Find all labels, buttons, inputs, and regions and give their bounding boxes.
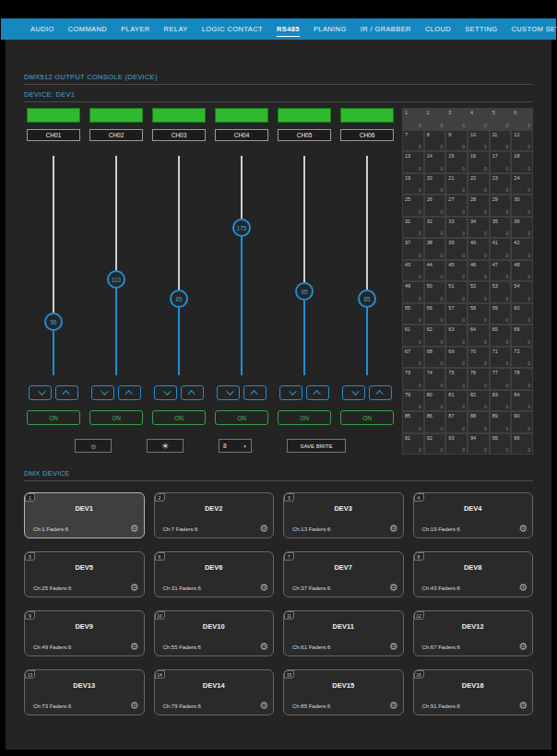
- channel-cell-19[interactable]: 190: [402, 173, 424, 195]
- channel-slider[interactable]: 85: [340, 156, 394, 375]
- channel-cell-33[interactable]: 330: [445, 217, 468, 239]
- channel-cell-88[interactable]: 880: [468, 411, 490, 433]
- channel-cell-84[interactable]: 840: [511, 390, 533, 412]
- channel-cell-43[interactable]: 430: [402, 260, 424, 282]
- channel-cell-18[interactable]: 180: [511, 151, 533, 173]
- channel-cell-69[interactable]: 690: [445, 347, 468, 369]
- channel-cell-82[interactable]: 820: [468, 390, 490, 412]
- channel-cell-86[interactable]: 860: [424, 411, 446, 433]
- channel-cell-32[interactable]: 320: [424, 217, 446, 239]
- channel-slider[interactable]: 110: [89, 156, 143, 375]
- channel-cell-9[interactable]: 90: [445, 130, 468, 152]
- channel-cell-66[interactable]: 660: [511, 325, 533, 347]
- decrement-button[interactable]: [91, 385, 114, 400]
- channel-cell-56[interactable]: 560: [424, 303, 446, 325]
- channel-cell-64[interactable]: 640: [468, 325, 490, 347]
- channel-cell-30[interactable]: 300: [511, 195, 533, 217]
- channel-cell-65[interactable]: 650: [490, 325, 512, 347]
- channel-cell-71[interactable]: 710: [490, 347, 512, 369]
- channel-cell-41[interactable]: 410: [490, 238, 512, 260]
- channel-cell-25[interactable]: 250: [402, 195, 424, 217]
- channel-cell-62[interactable]: 620: [424, 325, 446, 347]
- channel-cell-15[interactable]: 150: [445, 151, 468, 173]
- channel-cell-17[interactable]: 170: [490, 151, 512, 173]
- gear-icon[interactable]: ⚙: [389, 700, 398, 712]
- gear-icon[interactable]: ⚙: [130, 641, 139, 653]
- device-card-dev14[interactable]: 14DEV14Ch:79 Faders:6⚙: [154, 669, 275, 715]
- nav-tab-cloud[interactable]: CLOUD: [425, 22, 451, 36]
- channel-cell-7[interactable]: 70: [402, 130, 424, 152]
- device-card-dev9[interactable]: 9DEV9Ch:49 Faders:6⚙: [24, 610, 145, 656]
- channel-cell-95[interactable]: 950: [490, 433, 512, 455]
- channel-cell-4[interactable]: 40: [468, 108, 490, 130]
- gear-icon[interactable]: ⚙: [389, 641, 398, 653]
- channel-cell-42[interactable]: 420: [511, 238, 533, 260]
- nav-tab-planing[interactable]: PLANING: [314, 22, 347, 36]
- channel-cell-96[interactable]: 960: [511, 433, 533, 455]
- channel-slider[interactable]: 95: [278, 156, 331, 375]
- nav-tab-relay[interactable]: RELAY: [164, 22, 188, 36]
- channel-cell-40[interactable]: 400: [468, 238, 490, 260]
- channel-cell-78[interactable]: 780: [511, 368, 533, 390]
- nav-tab-player[interactable]: PLAYER: [121, 22, 149, 36]
- channel-cell-79[interactable]: 790: [402, 390, 424, 412]
- slider-knob[interactable]: 95: [295, 282, 314, 301]
- channel-cell-24[interactable]: 240: [511, 173, 533, 195]
- channel-cell-53[interactable]: 530: [490, 281, 512, 303]
- channel-cell-67[interactable]: 670: [402, 347, 424, 369]
- channel-cell-90[interactable]: 900: [511, 411, 533, 433]
- nav-tab-command[interactable]: COMMAND: [68, 22, 107, 36]
- channel-cell-60[interactable]: 600: [511, 303, 533, 325]
- channel-cell-80[interactable]: 800: [424, 390, 446, 412]
- slider-knob[interactable]: 110: [107, 270, 125, 289]
- decrement-button[interactable]: [342, 385, 365, 400]
- gear-icon[interactable]: ⚙: [518, 523, 527, 535]
- channel-cell-93[interactable]: 930: [445, 433, 468, 455]
- device-card-dev2[interactable]: 2DEV2Ch:7 Faders:6⚙: [154, 492, 275, 538]
- channel-cell-3[interactable]: 30: [445, 108, 468, 130]
- device-card-dev12[interactable]: 12DEV12Ch:67 Faders:6⚙: [413, 610, 534, 656]
- channel-cell-28[interactable]: 280: [468, 195, 490, 217]
- increment-button[interactable]: [181, 385, 204, 400]
- channel-cell-47[interactable]: 470: [490, 260, 512, 282]
- channel-cell-11[interactable]: 110: [490, 130, 512, 152]
- gear-icon[interactable]: ⚙: [518, 582, 527, 594]
- slider-knob[interactable]: 85: [170, 289, 188, 308]
- increment-button[interactable]: [55, 385, 78, 400]
- gear-icon[interactable]: ⚙: [259, 641, 268, 653]
- channel-cell-1[interactable]: 10: [402, 108, 424, 130]
- channel-cell-73[interactable]: 730: [402, 368, 424, 390]
- gear-icon[interactable]: ⚙: [130, 523, 139, 535]
- fade-select[interactable]: 8 ▼: [219, 439, 252, 453]
- increment-button[interactable]: [118, 385, 141, 400]
- channel-on-button[interactable]: ON: [89, 410, 143, 425]
- nav-tab-audio[interactable]: AUDIO: [30, 22, 54, 36]
- channel-cell-61[interactable]: 610: [402, 325, 424, 347]
- channel-cell-10[interactable]: 100: [468, 130, 490, 152]
- channel-cell-29[interactable]: 290: [490, 195, 512, 217]
- channel-on-button[interactable]: ON: [278, 410, 331, 425]
- channel-cell-45[interactable]: 450: [445, 260, 468, 282]
- device-card-dev6[interactable]: 6DEV6Ch:31 Faders:6⚙: [154, 551, 275, 597]
- nav-tab-setting[interactable]: SETTING: [465, 22, 497, 36]
- channel-cell-20[interactable]: 200: [424, 173, 446, 195]
- channel-cell-59[interactable]: 590: [490, 303, 512, 325]
- decrement-button[interactable]: [154, 385, 177, 400]
- channel-cell-16[interactable]: 160: [468, 151, 490, 173]
- device-card-dev1[interactable]: 1DEV1Ch:1 Faders:6⚙: [24, 492, 145, 538]
- channel-cell-22[interactable]: 220: [468, 173, 490, 195]
- channel-slider[interactable]: 175: [215, 156, 268, 375]
- slider-knob[interactable]: 85: [358, 289, 376, 308]
- channel-cell-83[interactable]: 830: [490, 390, 512, 412]
- gear-icon[interactable]: ⚙: [130, 582, 139, 594]
- nav-tab-custom-settings[interactable]: CUSTOM SETTINGS: [511, 22, 557, 36]
- channel-on-button[interactable]: ON: [152, 410, 206, 425]
- channel-cell-26[interactable]: 260: [424, 195, 446, 217]
- channel-cell-6[interactable]: 60: [511, 108, 533, 130]
- channel-cell-46[interactable]: 460: [468, 260, 490, 282]
- channel-cell-58[interactable]: 580: [468, 303, 490, 325]
- gear-icon[interactable]: ⚙: [259, 582, 268, 594]
- device-card-dev5[interactable]: 5DEV5Ch:25 Faders:6⚙: [24, 551, 145, 597]
- device-card-dev15[interactable]: 15DEV15Ch:85 Faders:6⚙: [283, 669, 404, 715]
- channel-cell-37[interactable]: 370: [402, 238, 424, 260]
